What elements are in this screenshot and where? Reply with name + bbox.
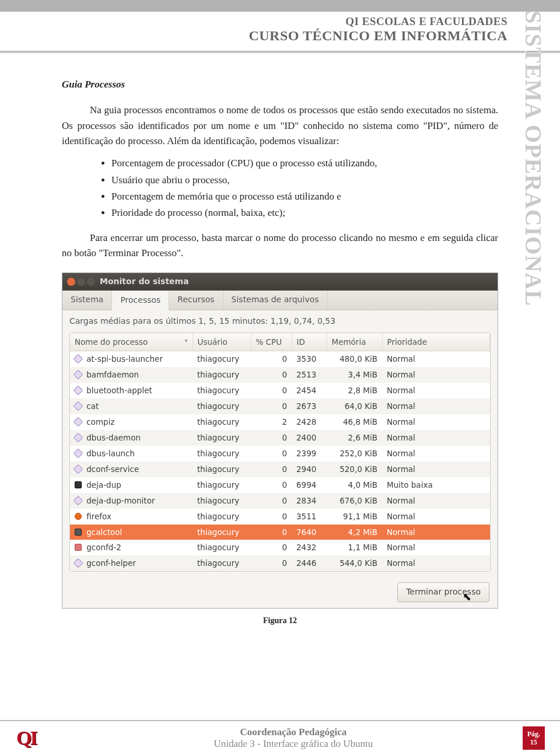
- cursor-icon: ⬉: [463, 589, 471, 605]
- top-stripe: [0, 0, 560, 12]
- process-icon: [74, 401, 83, 411]
- page-footer: QI Coordenação Pedagógica Unidade 3 - In…: [0, 720, 560, 755]
- figure-caption: Figura 12: [62, 614, 498, 627]
- col-mem[interactable]: Memória: [327, 333, 382, 351]
- col-name[interactable]: Nome do processo▾: [70, 333, 192, 351]
- bullet-item: Usuário que abriu o processo,: [111, 173, 498, 188]
- col-user[interactable]: Usuário: [192, 333, 251, 351]
- table-row[interactable]: deja-dupthiagocury069944,0 MiBMuito baix…: [70, 477, 490, 493]
- table-row[interactable]: gconf-helperthiagocury02446544,0 KiBNorm…: [70, 555, 490, 571]
- process-icon: [75, 529, 82, 536]
- table-row[interactable]: at-spi-bus-launcherthiagocury03530480,0 …: [70, 351, 490, 367]
- bullet-item: Porcentagem de memória que o processo es…: [111, 189, 498, 204]
- process-icon: [75, 481, 82, 488]
- window-title: Monitor do sistema: [100, 275, 189, 288]
- bullet-list: Porcentagem de processador (CPU) que o p…: [62, 156, 498, 221]
- process-icon: [74, 417, 83, 427]
- process-icon: [74, 448, 83, 458]
- table-row[interactable]: catthiagocury0267364,0 KiBNormal: [70, 399, 490, 414]
- tab-sistema[interactable]: Sistema: [62, 291, 112, 310]
- process-icon: [74, 354, 83, 364]
- process-table-wrap: Nome do processo▾ Usuário % CPU ID Memór…: [69, 333, 491, 572]
- minimize-icon[interactable]: [77, 278, 85, 286]
- process-icon: [74, 386, 83, 396]
- paragraph-terminate: Para encerrar um processo, basta marcar …: [62, 230, 498, 261]
- paragraph-intro: Na guia processos encontramos o nome de …: [62, 103, 498, 149]
- maximize-icon[interactable]: [87, 278, 95, 286]
- header-line2: CURSO TÉCNICO EM INFORMÁTICA: [0, 28, 508, 44]
- table-row[interactable]: dconf-servicethiagocury02940520,0 KiBNor…: [70, 462, 490, 477]
- process-table: Nome do processo▾ Usuário % CPU ID Memór…: [70, 333, 490, 572]
- doc-header: QI ESCOLAS E FACULDADES CURSO TÉCNICO EM…: [0, 12, 560, 48]
- window-titlebar[interactable]: Monitor do sistema: [62, 273, 498, 291]
- tab-recursos[interactable]: Recursos: [169, 291, 223, 310]
- load-averages-text: Cargas médias para os últimos 1, 5, 15 m…: [62, 310, 498, 333]
- header-line1: QI ESCOLAS E FACULDADES: [0, 15, 508, 28]
- side-chapter-label: SISTEMA OPERACIONAL: [520, 11, 547, 306]
- close-icon[interactable]: [67, 278, 75, 286]
- system-monitor-window: Monitor do sistema Sistema Processos Rec…: [62, 272, 498, 609]
- process-icon: [75, 544, 82, 551]
- table-row[interactable]: firefoxthiagocury0351191,1 MiBNormal: [70, 509, 490, 525]
- table-row[interactable]: dbus-daemonthiagocury024002,6 MiBNormal: [70, 430, 490, 446]
- table-row[interactable]: compizthiagocury2242846,8 MiBNormal: [70, 414, 490, 430]
- col-cpu[interactable]: % CPU: [251, 333, 292, 351]
- col-pri[interactable]: Prioridade: [382, 333, 490, 351]
- sort-indicator-icon: ▾: [184, 336, 187, 345]
- terminate-process-button[interactable]: Terminar processo ⬉: [397, 582, 489, 602]
- table-row[interactable]: dbus-launchthiagocury02399252,0 KiBNorma…: [70, 446, 490, 462]
- table-row[interactable]: gcalctoolthiagocury076404,2 MiBNormal: [70, 525, 490, 540]
- process-icon: [74, 433, 83, 443]
- qi-logo: QI: [0, 727, 64, 749]
- process-icon: [74, 370, 83, 380]
- page-number-badge: Pág. 15: [523, 726, 545, 750]
- table-row[interactable]: gconfd-2thiagocury024321,1 MiBNormal: [70, 540, 490, 555]
- table-row[interactable]: bamfdaemonthiagocury025133,4 MiBNormal: [70, 367, 490, 383]
- bullet-item: Porcentagem de processador (CPU) que o p…: [111, 156, 498, 171]
- tab-bar: Sistema Processos Recursos Sistemas de a…: [62, 291, 498, 310]
- bullet-item: Prioridade do processo (normal, baixa, e…: [111, 205, 498, 221]
- tab-sistemas-arquivos[interactable]: Sistemas de arquivos: [223, 291, 328, 310]
- col-id[interactable]: ID: [292, 333, 327, 351]
- process-icon: [74, 495, 83, 505]
- table-row[interactable]: bluetooth-appletthiagocury024542,8 MiBNo…: [70, 383, 490, 399]
- process-icon: [74, 464, 83, 474]
- process-icon: [75, 513, 82, 520]
- table-row[interactable]: deja-dup-monitorthiagocury02834676,0 KiB…: [70, 493, 490, 509]
- footer-line2: Unidade 3 - Interface gráfica do Ubuntu: [64, 738, 523, 750]
- footer-line1: Coordenação Pedagógica: [64, 726, 523, 738]
- tab-processos[interactable]: Processos: [112, 291, 169, 310]
- section-title: Guia Processos: [62, 77, 498, 92]
- process-icon: [74, 558, 83, 568]
